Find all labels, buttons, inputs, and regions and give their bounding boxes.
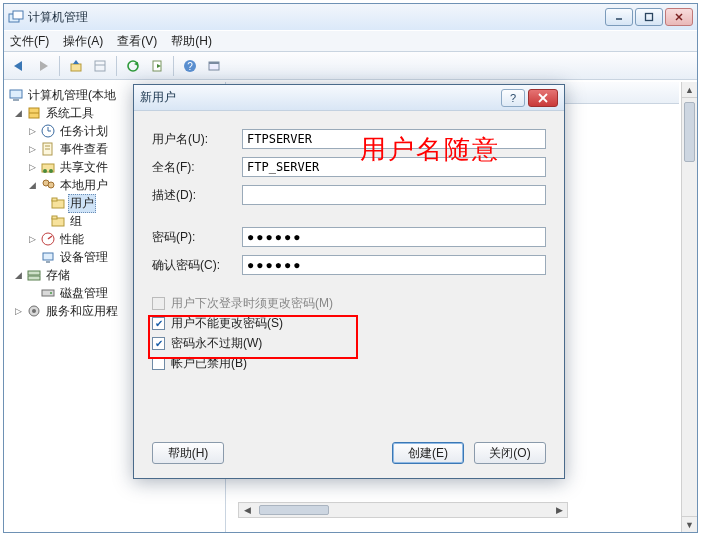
- users-icon: [40, 177, 56, 193]
- dialog-close-button[interactable]: [528, 89, 558, 107]
- close-button[interactable]: [665, 8, 693, 26]
- checkbox-must-change: [152, 297, 165, 310]
- svg-point-46: [50, 292, 52, 294]
- share-icon: [40, 159, 56, 175]
- folder-icon: [50, 213, 66, 229]
- toolbar-extra-button[interactable]: [203, 55, 225, 77]
- toolbar: ?: [4, 52, 697, 80]
- app-icon: [8, 9, 24, 25]
- create-button[interactable]: 创建(E): [392, 442, 464, 464]
- svg-point-48: [32, 309, 36, 313]
- scroll-hthumb[interactable]: [259, 505, 329, 515]
- svg-rect-1: [13, 11, 23, 19]
- svg-rect-42: [46, 261, 50, 263]
- toolbar-properties-button[interactable]: [89, 55, 111, 77]
- svg-point-12: [128, 61, 138, 71]
- menubar: 文件(F) 操作(A) 查看(V) 帮助(H): [4, 30, 697, 52]
- svg-marker-6: [14, 61, 22, 71]
- horizontal-scrollbar[interactable]: ◀ ▶: [238, 502, 568, 518]
- computer-icon: [8, 87, 24, 103]
- label-description: 描述(D):: [152, 187, 242, 204]
- minimize-button[interactable]: [605, 8, 633, 26]
- main-titlebar: 计算机管理: [4, 4, 697, 30]
- scroll-left-icon[interactable]: ◀: [239, 503, 255, 517]
- dialog-titlebar: 新用户 ?: [134, 85, 564, 111]
- label-password: 密码(P):: [152, 229, 242, 246]
- checkbox-cannot-change[interactable]: ✔: [152, 317, 165, 330]
- menu-view[interactable]: 查看(V): [117, 33, 157, 50]
- svg-point-34: [48, 182, 54, 188]
- label-confirm-password: 确认密码(C):: [152, 257, 242, 274]
- chevron-down-icon[interactable]: ◢: [26, 179, 38, 191]
- svg-rect-43: [28, 271, 40, 275]
- disk-icon: [40, 285, 56, 301]
- svg-point-32: [49, 169, 53, 173]
- svg-rect-10: [95, 61, 105, 71]
- chevron-right-icon[interactable]: ▷: [26, 125, 38, 137]
- username-input[interactable]: [242, 129, 546, 149]
- toolbar-export-button[interactable]: [146, 55, 168, 77]
- chevron-down-icon[interactable]: ◢: [12, 269, 24, 281]
- services-icon: [26, 303, 42, 319]
- scroll-track[interactable]: [255, 503, 551, 517]
- checkbox-never-expire[interactable]: ✔: [152, 337, 165, 350]
- scroll-thumb[interactable]: [684, 102, 695, 162]
- svg-rect-36: [52, 198, 57, 201]
- chevron-right-icon[interactable]: ▷: [26, 143, 38, 155]
- dialog-title: 新用户: [140, 89, 501, 106]
- label-must-change: 用户下次登录时须更改密码(M): [171, 295, 333, 312]
- scroll-right-icon[interactable]: ▶: [551, 503, 567, 517]
- scroll-up-icon[interactable]: ▲: [682, 82, 697, 98]
- toolbar-refresh-button[interactable]: [122, 55, 144, 77]
- confirm-password-input[interactable]: [242, 255, 546, 275]
- dialog-button-row: 帮助(H) 创建(E) 关闭(O): [152, 442, 546, 464]
- toolbar-help-button[interactable]: ?: [179, 55, 201, 77]
- label-account-disabled: 帐户已禁用(B): [171, 355, 247, 372]
- dialog-help-button[interactable]: ?: [501, 89, 525, 107]
- chevron-right-icon[interactable]: ▷: [26, 161, 38, 173]
- toolbar-forward-button[interactable]: [32, 55, 54, 77]
- perf-icon: [40, 231, 56, 247]
- svg-rect-38: [52, 216, 57, 219]
- svg-rect-21: [13, 99, 19, 101]
- dialog-help-bottom-button[interactable]: 帮助(H): [152, 442, 224, 464]
- svg-rect-41: [43, 253, 53, 260]
- event-icon: [40, 141, 56, 157]
- scroll-down-icon[interactable]: ▼: [682, 516, 697, 532]
- svg-rect-20: [10, 90, 22, 98]
- menu-help[interactable]: 帮助(H): [171, 33, 212, 50]
- label-username: 用户名(U):: [152, 131, 242, 148]
- new-user-dialog: 新用户 ? 用户名(U): 全名(F): 描述(D): 密码(P): 确认密码(…: [133, 84, 565, 479]
- svg-rect-19: [209, 62, 219, 64]
- svg-text:?: ?: [187, 61, 193, 72]
- menu-action[interactable]: 操作(A): [63, 33, 103, 50]
- description-input[interactable]: [242, 185, 546, 205]
- toolbar-up-button[interactable]: [65, 55, 87, 77]
- folder-icon: [50, 195, 66, 211]
- window-controls: [605, 8, 693, 26]
- menu-file[interactable]: 文件(F): [10, 33, 49, 50]
- password-input[interactable]: [242, 227, 546, 247]
- maximize-button[interactable]: [635, 8, 663, 26]
- device-icon: [40, 249, 56, 265]
- checkbox-account-disabled[interactable]: [152, 357, 165, 370]
- vertical-scrollbar[interactable]: ▲ ▼: [681, 82, 697, 532]
- chevron-down-icon[interactable]: ◢: [12, 107, 24, 119]
- chevron-right-icon[interactable]: ▷: [26, 233, 38, 245]
- label-never-expire: 密码永不过期(W): [171, 335, 262, 352]
- label-cannot-change: 用户不能更改密码(S): [171, 315, 283, 332]
- label-fullname: 全名(F):: [152, 159, 242, 176]
- dialog-body: 用户名(U): 全名(F): 描述(D): 密码(P): 确认密码(C): 用户…: [134, 111, 564, 478]
- svg-rect-3: [646, 14, 653, 21]
- close-bottom-button[interactable]: 关闭(O): [474, 442, 546, 464]
- svg-rect-44: [28, 276, 40, 280]
- svg-rect-45: [42, 290, 54, 296]
- svg-point-31: [43, 169, 47, 173]
- svg-rect-8: [71, 64, 81, 71]
- svg-marker-9: [73, 60, 79, 64]
- chevron-right-icon[interactable]: ▷: [12, 305, 24, 317]
- svg-marker-7: [40, 61, 48, 71]
- fullname-input[interactable]: [242, 157, 546, 177]
- toolbar-back-button[interactable]: [8, 55, 30, 77]
- main-title: 计算机管理: [28, 9, 605, 26]
